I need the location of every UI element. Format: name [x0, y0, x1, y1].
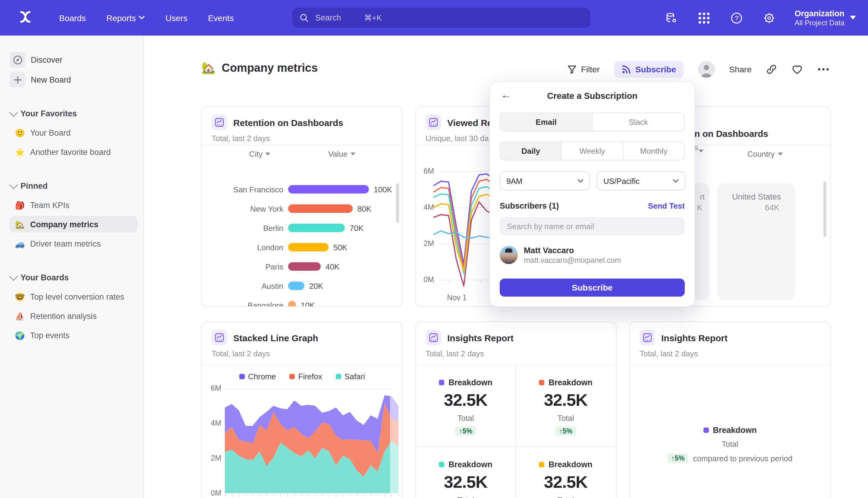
search-icon	[299, 13, 309, 22]
scrollbar[interactable]	[824, 182, 826, 237]
column-header-country[interactable]: Country	[747, 149, 783, 159]
table-row[interactable]: New York80K	[212, 199, 395, 218]
send-test-link[interactable]: Send Test	[648, 201, 685, 210]
table-row[interactable]: San Francisco100K	[212, 180, 395, 199]
create-subscription-modal: ← Create a Subscription Email Slack Dail…	[490, 81, 695, 307]
column-header-value[interactable]: Value	[328, 149, 356, 159]
more-options-button[interactable]	[817, 67, 829, 71]
apps-grid-icon[interactable]	[697, 11, 711, 25]
sidebar-new-board[interactable]: New Board	[10, 71, 137, 88]
breakdown-swatch	[539, 462, 544, 467]
card-subtitle: Total, last 2 days	[426, 349, 606, 358]
card-subtitle: Total, last 2 days	[212, 134, 392, 143]
section-pinned[interactable]: Pinned	[10, 180, 48, 192]
sidebar-item-retention-analysis[interactable]: ⛵ Retention analysis	[10, 307, 137, 324]
chevron-down-icon	[673, 179, 679, 183]
metric-value: 32.5K	[544, 473, 587, 492]
sidebar-item-team-kpis[interactable]: 🎒 Team KPIs	[10, 197, 137, 213]
card-subtitle: Total, last 2 days	[212, 349, 392, 358]
sidebar-item-another-favorite-board[interactable]: ⭐ Another favorite board	[10, 144, 137, 160]
cell-tile-united-states[interactable]: United States 64K	[718, 183, 795, 300]
metric-summary[interactable]: Breakdown Total ↑5% compared to previous…	[630, 425, 830, 463]
table-row[interactable]: London50K	[212, 238, 395, 257]
favorite-button[interactable]	[791, 64, 803, 75]
search-input[interactable]	[314, 13, 359, 23]
report-chart-icon	[212, 330, 227, 345]
chevron-down-icon	[9, 108, 18, 117]
app-window: Boards Reports Users Events ⌘+K	[0, 0, 868, 498]
bar-table: San Francisco100K New York80K Berlin70K …	[212, 180, 395, 307]
mixpanel-logo-icon[interactable]	[18, 9, 32, 26]
bar	[288, 243, 329, 251]
metric-quadrant[interactable]: Breakdown 32.5K Total ↑5%	[416, 365, 516, 436]
card-title[interactable]: Retention on Dashboards	[233, 117, 343, 128]
card-title-fragment[interactable]: n on Dashboards	[694, 128, 768, 139]
globe-emoji-icon: 🌍	[14, 331, 25, 340]
sidebar-discover[interactable]: Discover	[10, 51, 137, 68]
settings-gear-icon[interactable]	[762, 11, 777, 25]
tab-weekly[interactable]: Weekly	[562, 142, 623, 160]
legend-swatch	[239, 374, 244, 379]
bar	[288, 262, 321, 271]
table-row[interactable]: Berlin70K	[212, 218, 395, 238]
time-select[interactable]: 9AM	[500, 171, 590, 191]
metric-quadrant[interactable]: Breakdown 32.5K Total	[516, 447, 615, 498]
nav-boards[interactable]: Boards	[59, 13, 86, 23]
card-title[interactable]: Stacked Line Graph	[233, 332, 318, 343]
modal-title: Create a Subscription	[490, 91, 694, 101]
table-row[interactable]: Paris40K	[212, 257, 395, 276]
table-row[interactable]: Bangalore10K	[212, 296, 395, 307]
topbar: Boards Reports Users Events ⌘+K	[0, 0, 868, 36]
sidebar-item-driver-team-metrics[interactable]: 🚙 Driver team metrics	[10, 235, 137, 252]
column-header-hidden[interactable]	[699, 149, 704, 153]
legend-chrome[interactable]: Chrome	[239, 372, 276, 381]
card-title[interactable]: Viewed Re	[447, 117, 493, 128]
table-row[interactable]: Austin20K	[212, 276, 395, 296]
metric-quadrant[interactable]: Breakdown 32.5K Total ↑5%	[516, 365, 615, 436]
subscribe-button[interactable]: Subscribe	[614, 61, 683, 78]
global-search[interactable]: ⌘+K	[292, 8, 590, 28]
sidebar-item-your-board[interactable]: 🙂 Your Board	[10, 124, 137, 141]
sort-arrow-icon	[778, 153, 783, 156]
tab-slack[interactable]: Slack	[592, 113, 684, 131]
legend-safari[interactable]: Safari	[335, 372, 365, 381]
metric-quadrant[interactable]: Breakdown 32.5K Total	[416, 447, 516, 498]
breakdown-swatch	[703, 428, 709, 433]
frequency-tabs: Daily Weekly Monthly	[500, 142, 685, 160]
page-title: 🏡 Company metrics	[201, 61, 318, 75]
help-icon[interactable]: ?	[730, 11, 744, 25]
subscriber-search-input[interactable]	[500, 217, 685, 235]
share-button[interactable]: Share	[729, 65, 752, 74]
sidebar-item-company-metrics[interactable]: 🏡 Company metrics	[10, 216, 137, 233]
section-your-favorites[interactable]: Your Favorites	[10, 107, 77, 119]
column-header-city[interactable]: City	[249, 149, 271, 159]
tab-email[interactable]: Email	[500, 113, 592, 131]
filter-button[interactable]: Filter	[567, 65, 600, 74]
nav-events[interactable]: Events	[208, 13, 234, 23]
data-management-icon[interactable]	[665, 11, 679, 25]
car-emoji-icon: 🚙	[14, 239, 25, 248]
tab-daily[interactable]: Daily	[500, 142, 562, 160]
legend-firefox[interactable]: Firefox	[289, 372, 322, 381]
nav-reports[interactable]: Reports	[106, 13, 145, 23]
card-title[interactable]: Insights Report	[661, 332, 727, 343]
card-insights-report-grid: Insights Report Total, last 2 days Break…	[415, 322, 617, 498]
nav-users[interactable]: Users	[165, 13, 187, 23]
stacked-area-chart	[225, 380, 398, 498]
board-owner-avatar[interactable]	[698, 61, 715, 78]
org-switcher[interactable]: Organization All Project Data	[795, 8, 856, 27]
tab-monthly[interactable]: Monthly	[623, 142, 684, 160]
copy-link-button[interactable]	[766, 64, 777, 75]
ellipsis-icon	[817, 67, 829, 71]
section-your-boards[interactable]: Your Boards	[10, 271, 69, 283]
card-title[interactable]: Insights Report	[447, 332, 513, 343]
subscribers-label: Subscribers (1)	[500, 201, 559, 210]
modal-subscribe-button[interactable]: Subscribe	[500, 278, 685, 297]
breakdown-swatch	[439, 462, 444, 467]
timezone-select[interactable]: US/Pacific	[597, 171, 685, 191]
sidebar-item-top-events[interactable]: 🌍 Top events	[10, 327, 137, 344]
sidebar-item-top-level-conversion-rates[interactable]: 🤓 Top level conversion rates	[10, 288, 137, 305]
board-actions: Filter Subscribe Share	[567, 61, 829, 78]
scrollbar[interactable]	[396, 183, 399, 223]
y-tick: 2M	[416, 239, 434, 248]
